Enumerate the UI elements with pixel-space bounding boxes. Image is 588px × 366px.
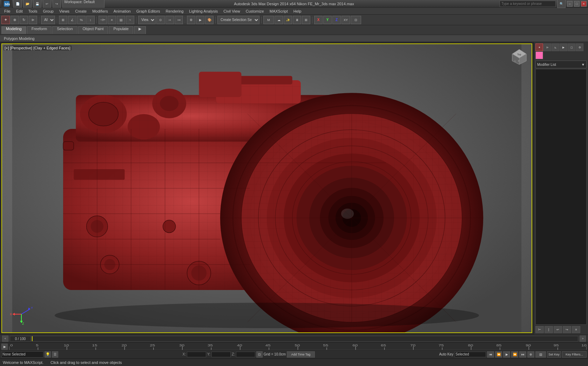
auto-key-field[interactable]: [454, 352, 486, 357]
view-dropdown[interactable]: View: [138, 16, 156, 24]
minimize-btn[interactable]: –: [567, 1, 573, 7]
viewport[interactable]: [+] [Perspective] [Clay + Edged Faces] T…: [1, 43, 532, 333]
use-pivot-btn[interactable]: ⊙: [156, 16, 165, 24]
welcome-text: Welcome to MAXScript.: [3, 360, 43, 365]
none-selected-field[interactable]: [1, 351, 43, 358]
set-key-btn[interactable]: Set Key: [547, 351, 561, 358]
next-frame-btn[interactable]: ⏩: [511, 351, 518, 358]
menu-animation[interactable]: Animation: [111, 8, 134, 14]
spinner-snap-btn[interactable]: ↕: [86, 16, 95, 24]
x-axis-btn[interactable]: X: [314, 16, 323, 24]
close-btn[interactable]: ✕: [581, 1, 587, 7]
pin-stack-btn[interactable]: ⊢: [535, 326, 544, 333]
search-icon-btn[interactable]: 🔍: [557, 0, 566, 8]
create-tab-icon[interactable]: ✦: [535, 43, 543, 51]
make-unique-btn[interactable]: ↩: [554, 326, 562, 333]
angle-snap-btn[interactable]: ∠: [68, 16, 76, 24]
menu-graph-editors[interactable]: Graph Editors: [134, 8, 163, 14]
material-editor-btn[interactable]: M: [263, 16, 274, 24]
menu-customize[interactable]: Customize: [243, 8, 267, 14]
x-coord-field[interactable]: [187, 352, 206, 357]
grid-and-snaps-btn[interactable]: ⊡: [351, 16, 361, 24]
select-from-scene-btn[interactable]: ☰: [52, 351, 58, 358]
menu-group[interactable]: Group: [40, 8, 56, 14]
menu-lighting-analysis[interactable]: Lighting Analysis: [186, 8, 221, 14]
light-bulb-btn[interactable]: 💡: [45, 351, 51, 358]
search-input[interactable]: [500, 1, 556, 7]
svg-text:85: 85: [496, 344, 501, 347]
timeline-right-scroll[interactable]: >: [580, 336, 586, 342]
ribbon-polygon-modeling[interactable]: Polygon Modeling: [1, 35, 37, 42]
restore-btn[interactable]: □: [574, 1, 580, 7]
go-to-end-btn[interactable]: ⏭: [519, 351, 526, 358]
menu-help[interactable]: Help: [291, 8, 304, 14]
y-axis-btn[interactable]: Y: [323, 16, 332, 24]
select-and-move-btn[interactable]: ⊕: [11, 16, 19, 24]
select-and-link-btn[interactable]: ⊸: [165, 16, 174, 24]
align-btn[interactable]: ≡: [108, 16, 116, 24]
create-selection-dropdown[interactable]: Create Selection Se...: [217, 16, 259, 24]
configure-btn[interactable]: ≡: [572, 326, 580, 333]
render-to-view-btn[interactable]: 🖥: [293, 16, 301, 24]
menu-views[interactable]: Views: [56, 8, 72, 14]
modifier-list-label: Modifier List: [537, 63, 556, 67]
xy-axis-btn[interactable]: XY: [342, 16, 350, 24]
menu-tools[interactable]: Tools: [26, 8, 40, 14]
timeline-bar[interactable]: [32, 336, 578, 341]
timeline-left-scroll[interactable]: <: [2, 336, 8, 342]
z-coord-field[interactable]: [236, 352, 255, 357]
menubar: File Edit Tools Group Views Create Modif…: [0, 8, 588, 15]
percent-snap-btn[interactable]: %: [77, 16, 86, 24]
go-to-start-btn[interactable]: ⏮: [487, 351, 494, 358]
z-axis-btn[interactable]: Z: [332, 16, 341, 24]
render-effects-btn[interactable]: ✨: [284, 16, 292, 24]
viewport-cube[interactable]: Top F L: [511, 48, 528, 65]
show-end-result-btn[interactable]: |: [545, 326, 553, 333]
anim-config-btn[interactable]: ▤: [535, 351, 546, 358]
key-filters-btn[interactable]: Key Filters...: [562, 351, 587, 358]
curve-editor-btn[interactable]: ~: [126, 16, 134, 24]
display-tab-icon[interactable]: ◻: [568, 43, 575, 51]
unlink-btn[interactable]: ⊶: [175, 16, 183, 24]
snap-toggle-btn[interactable]: ⊞: [59, 16, 67, 24]
tab-freeform[interactable]: Freeform: [27, 26, 52, 34]
menu-file[interactable]: File: [1, 8, 13, 14]
add-time-tag-btn[interactable]: Add Time Tag: [287, 351, 315, 358]
tab-object-paint[interactable]: Object Paint: [78, 26, 108, 34]
play-anim-btn[interactable]: ▶: [503, 351, 510, 358]
show-floaters-btn[interactable]: ⊞: [302, 16, 310, 24]
mirror-btn[interactable]: ⊣⊢: [99, 16, 107, 24]
layer-btn[interactable]: ▤: [117, 16, 125, 24]
color-swatch[interactable]: [535, 51, 543, 59]
tab-more-arrow[interactable]: ▶: [134, 26, 146, 34]
remove-modifier-btn[interactable]: ↪: [563, 326, 571, 333]
utilities-tab-icon[interactable]: ⚙: [576, 43, 583, 51]
tab-selection[interactable]: Selection: [52, 26, 77, 34]
menu-rendering[interactable]: Rendering: [163, 8, 187, 14]
menu-modifiers[interactable]: Modifiers: [89, 8, 111, 14]
render-setup-btn[interactable]: ⚙: [187, 16, 195, 24]
render-btn[interactable]: ▶: [196, 16, 204, 24]
menu-edit[interactable]: Edit: [13, 8, 26, 14]
motion-tab-icon[interactable]: ▶: [560, 43, 567, 51]
menu-civil-view[interactable]: Civil View: [221, 8, 243, 14]
y-coord-field[interactable]: [211, 352, 231, 357]
render-to-texture-btn[interactable]: 🎨: [205, 16, 214, 24]
filter-dropdown[interactable]: All: [41, 16, 55, 24]
select-mode-btn[interactable]: ✚: [1, 16, 10, 24]
modify-tab-icon[interactable]: ⊳: [543, 43, 551, 51]
modifier-list-dropdown[interactable]: Modifier List ▼: [535, 61, 587, 68]
select-and-rotate-btn[interactable]: ↻: [20, 16, 28, 24]
menu-create[interactable]: Create: [72, 8, 89, 14]
grid-settings-btn[interactable]: ⊡: [256, 351, 263, 358]
prev-frame-btn[interactable]: ⏪: [495, 351, 502, 358]
hierarchy-tab-icon[interactable]: ⊾: [552, 43, 559, 51]
tab-populate[interactable]: Populate: [109, 26, 133, 34]
play-btn[interactable]: ▶: [1, 344, 8, 350]
frame-step-btn[interactable]: ⊕: [527, 351, 534, 358]
anim-controls: 💡 ☰ X: Y: Z: ⊡ Grid = 10.0cm Add Time Ta…: [0, 350, 588, 358]
select-and-scale-btn[interactable]: ⊳: [29, 16, 37, 24]
menu-maxscript[interactable]: MAXScript: [267, 8, 291, 14]
environment-btn[interactable]: ☁: [275, 16, 283, 24]
tab-modeling[interactable]: Modeling: [1, 26, 26, 34]
